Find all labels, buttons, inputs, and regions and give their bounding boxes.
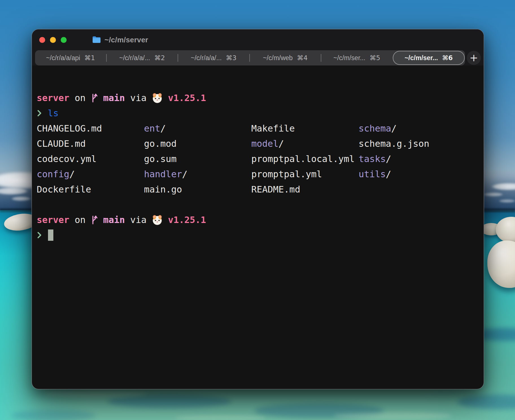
tab-5[interactable]: ~/c/m/ser... ⌘5 (321, 50, 392, 65)
prompt-branch: main (103, 93, 125, 103)
window-title: ~/c/m/server (104, 36, 148, 44)
terminal-cursor (48, 229, 53, 241)
file-entry: CLAUDE.md (37, 138, 144, 149)
file-entry: schema.g.json (359, 138, 429, 149)
folder-icon (92, 36, 101, 43)
file-entry: CHANGELOG.md (37, 123, 144, 134)
prompt-word-on: on (75, 93, 86, 103)
dir-entry: handler/ (144, 169, 251, 180)
hamster-emoji-icon (152, 93, 163, 103)
prompt-version: v1.25.1 (168, 93, 206, 103)
tab-6-active[interactable]: ~/c/m/ser... ⌘6 (393, 51, 465, 65)
git-branch-icon (91, 215, 98, 225)
snow-patch (499, 199, 515, 203)
water-ripple-highlight (45, 390, 147, 397)
ls-row: CLAUDE.md go.mod model/ schema.g.json (37, 136, 481, 151)
ls-row: codecov.yml go.sum promptpal.local.yml t… (37, 151, 481, 167)
dir-entry: config/ (37, 169, 144, 180)
ls-row: Dockerfile main.go README.md (37, 182, 481, 197)
dir-entry: tasks/ (359, 154, 391, 164)
terminal-window: ~/c/m/server ~/c/r/a/a/api ⌘1 ~/c/r/a/a/… (32, 29, 484, 389)
prompt-line: server on main via (37, 90, 481, 106)
file-entry: promptpal.yml (251, 169, 359, 180)
prompt-line: server on main via (37, 212, 481, 228)
dir-entry: utils/ (359, 169, 391, 180)
prompt-branch: main (103, 215, 125, 225)
blank-line (37, 197, 481, 212)
cursor-line (37, 228, 481, 243)
file-entry: Makefile (251, 123, 359, 134)
file-entry: README.md (251, 184, 359, 195)
tab-bar: ~/c/r/a/a/api ⌘1 ~/c/r/a/a/... ⌘2 ~/c/r/… (35, 50, 465, 65)
prompt-word-on: on (75, 215, 86, 225)
prompt-chevron-icon (37, 230, 42, 240)
ls-row: CHANGELOG.md ent/ Makefile schema/ (37, 121, 481, 136)
prompt-word-via: via (130, 215, 147, 225)
minimize-button[interactable] (50, 37, 56, 43)
tab-2[interactable]: ~/c/r/a/a/... ⌘2 (107, 50, 178, 65)
water-ripple-highlight (333, 412, 452, 419)
file-entry: go.sum (144, 154, 251, 164)
new-tab-button[interactable]: + (467, 51, 481, 65)
prompt-chevron-icon (37, 108, 42, 118)
titlebar[interactable]: ~/c/m/server (32, 29, 484, 50)
snow-patch (11, 196, 31, 201)
hamster-emoji-icon (152, 215, 163, 225)
file-entry: promptpal.local.yml (251, 154, 359, 164)
prompt-dir: server (37, 93, 69, 103)
ls-row: config/ handler/ promptpal.yml utils/ (37, 167, 481, 182)
water-ripple-highlight (175, 415, 265, 420)
command-line: ls (37, 106, 481, 121)
terminal-content[interactable]: server on main via (37, 90, 481, 389)
water-streak (11, 410, 96, 420)
snow-patch (483, 193, 503, 196)
file-entry: Dockerfile (37, 184, 144, 195)
dir-entry: model/ (251, 138, 359, 149)
prompt-version: v1.25.1 (168, 215, 206, 225)
prompt-word-via: via (130, 93, 147, 103)
file-entry: codecov.yml (37, 154, 144, 164)
zoom-button[interactable] (61, 37, 67, 43)
tab-1[interactable]: ~/c/r/a/a/api ⌘1 (35, 50, 106, 65)
dir-entry: schema/ (359, 123, 397, 134)
git-branch-icon (91, 93, 98, 103)
prompt-dir: server (37, 215, 69, 225)
command-text: ls (48, 108, 59, 119)
tab-3[interactable]: ~/c/r/a/a/... ⌘3 (178, 50, 249, 65)
file-entry: go.mod (144, 138, 251, 149)
dir-entry: ent/ (144, 123, 251, 134)
close-button[interactable] (39, 37, 45, 43)
traffic-lights (39, 37, 67, 43)
file-entry: main.go (144, 184, 251, 195)
tab-4[interactable]: ~/c/m/web ⌘4 (250, 50, 321, 65)
title-group: ~/c/m/server (92, 36, 148, 44)
